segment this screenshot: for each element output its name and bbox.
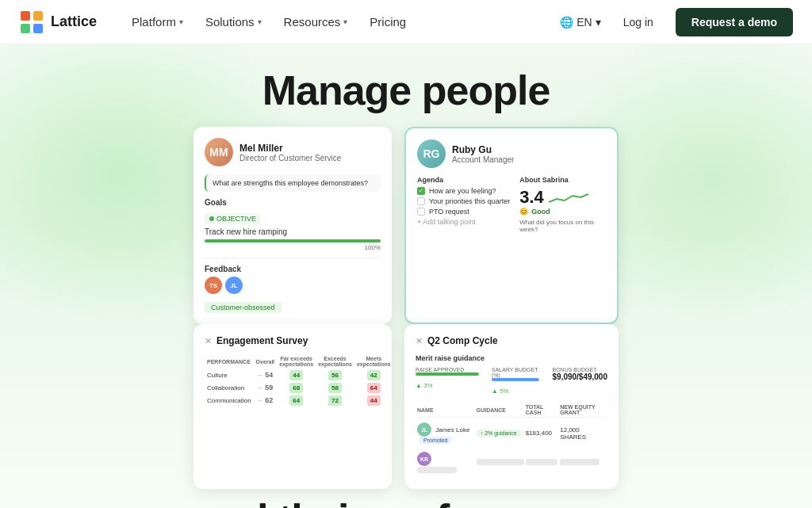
smile-icon: 😊 (519, 208, 528, 216)
row-collab-overall: ↔ 59 (254, 381, 278, 394)
survey-title-row: ✕ Engagement Survey (205, 335, 381, 346)
rating-row: 3.4 (519, 187, 606, 208)
globe-icon: 🌐 (560, 16, 573, 29)
feedback-avatar-2: JL (225, 277, 243, 294)
cash-cell-2 (526, 449, 559, 476)
comp-table-row: JL James Loke Promoted ↑ 2% guidance $18… (417, 419, 606, 447)
add-talking-point[interactable]: + Add talking point (417, 218, 510, 226)
feedback-avatar-1: TS (205, 277, 222, 294)
svg-rect-3 (33, 24, 43, 33)
mel-avatar: MM (205, 138, 233, 166)
goals-label: Goals (205, 198, 381, 207)
employee-name: JL James Loke Promoted (417, 419, 475, 447)
merit-label: Merit raise guidance (416, 354, 607, 362)
card-ruby-header: RG Ruby Gu Account Manager (417, 139, 606, 168)
nav-solutions[interactable]: Solutions ▾ (196, 10, 271, 33)
row-collab-label: Collaboration (205, 381, 254, 394)
col-overall: Overall (254, 354, 278, 369)
row-culture-far: 44 (277, 369, 316, 381)
progress-fill (205, 239, 381, 243)
chevron-down-icon: ▾ (343, 17, 347, 26)
checkbox-checked-icon: ✓ (417, 187, 425, 195)
row-culture-meets: 42 (354, 369, 392, 381)
close-icon[interactable]: ✕ (416, 336, 423, 346)
row-comm-far: 64 (277, 394, 316, 407)
col-cash: TOTAL CASH (526, 403, 559, 418)
dot-icon (209, 216, 214, 221)
table-row: Culture ↔ 54 44 56 42 62 (205, 369, 392, 381)
progress-label: 100% (205, 244, 381, 251)
svg-rect-1 (33, 11, 43, 21)
col-equity: NEW EQUITY GRANT (560, 403, 606, 418)
row-comm-overall: ↔ 62 (254, 394, 278, 407)
good-badge: 😊 Good (519, 208, 606, 216)
col-far-exceeds: Far exceeds expectations (277, 354, 316, 369)
divider (205, 258, 381, 258)
customer-badge: Customer-obsessed (205, 302, 282, 313)
guidance-cell-2 (477, 449, 524, 476)
row-culture-overall: ↔ 54 (254, 369, 278, 381)
comp-metrics-row: RAISE APPROVED ▲ 3% SALARY BUDGET (%) ▲ … (416, 367, 607, 395)
agenda-item-2: Your priorities this quarter (417, 197, 510, 205)
checkbox-unchecked-icon (417, 208, 425, 216)
chevron-down-icon: ▾ (179, 17, 183, 26)
about-label: About Sabrina (519, 176, 606, 184)
login-button[interactable]: Log in (614, 11, 663, 33)
nav-pricing[interactable]: Pricing (360, 10, 416, 33)
hero-title-bottom: and their performance (197, 495, 615, 508)
table-row: Collaboration ↔ 59 68 58 64 48 (205, 381, 392, 394)
request-demo-nav-button[interactable]: Request a demo (676, 8, 793, 36)
checkbox-unchecked-icon (417, 197, 425, 205)
focus-question: What did you focus on this week? (519, 219, 606, 233)
salary-bar (492, 378, 539, 381)
row-comm-exceeds: 72 (316, 394, 354, 407)
rating-number: 3.4 (519, 187, 544, 208)
row-comm-label: Communication (205, 394, 254, 407)
cards-row-top: MM Mel Miller Director of Customer Servi… (162, 127, 650, 324)
col-performance: PERFORMANCE (205, 354, 254, 369)
goal-text: Track new hire ramping (205, 227, 381, 236)
salary-change: ▲ 5% (492, 388, 539, 395)
comp-title: Q2 Comp Cycle (427, 335, 498, 346)
ruby-avatar: RG (417, 139, 446, 168)
employee-avatar: JL (417, 422, 431, 437)
col-name: NAME (417, 403, 475, 418)
feedback-label: Feedback (205, 265, 381, 273)
raise-bar (416, 372, 479, 376)
lattice-logo-icon (19, 10, 44, 35)
employee-avatar-2: KR (417, 452, 431, 466)
language-selector[interactable]: 🌐 EN ▾ (560, 16, 600, 29)
row-collab-exceeds: 58 (316, 381, 354, 394)
metric-bonus: BONUS BUDGET $9,090/$49,000 (552, 367, 607, 395)
mel-miller-card: MM Mel Miller Director of Customer Servi… (193, 127, 392, 324)
row-comm-meets: 44 (354, 394, 392, 407)
about-section: About Sabrina 3.4 😊 Good What did you fo… (519, 176, 606, 233)
nav-platform[interactable]: Platform ▾ (122, 10, 193, 33)
col-exceeds: Exceeds expectations (316, 354, 354, 369)
sparkline-chart (549, 188, 588, 207)
survey-table: PERFORMANCE Overall Far exceeds expectat… (205, 354, 392, 407)
ruby-name: Ruby Gu (452, 144, 514, 155)
close-icon[interactable]: ✕ (205, 336, 212, 346)
navigation: Lattice Platform ▾ Solutions ▾ Resources… (0, 0, 812, 44)
feedback-avatars: TS JL (205, 277, 381, 294)
agenda-item-1: ✓ How are you feeling? (417, 187, 510, 195)
ruby-gu-card: RG Ruby Gu Account Manager Agenda ✓ How … (404, 127, 619, 324)
chevron-down-icon: ▾ (596, 16, 601, 29)
promoted-badge: Promoted (419, 437, 451, 444)
row-collab-far: 68 (277, 381, 316, 394)
progress-bar (205, 239, 381, 243)
agenda-label: Agenda (417, 176, 510, 184)
survey-title: Engagement Survey (216, 335, 308, 346)
table-row: Communication ↔ 62 64 72 44 68 (205, 394, 392, 407)
metric-bonus-label: BONUS BUDGET (552, 367, 607, 372)
mel-question: What are strengths this employee demonst… (205, 174, 381, 192)
comp-table-row: KR (417, 449, 606, 476)
metric-raise-label: RAISE APPROVED (416, 367, 479, 372)
nav-resources[interactable]: Resources ▾ (274, 10, 358, 33)
hero-section: Manage people MM Mel Miller Director of … (0, 44, 812, 508)
engagement-survey-card: ✕ Engagement Survey PERFORMANCE Overall … (193, 324, 392, 489)
ruby-title: Account Manager (452, 155, 514, 164)
logo-text: Lattice (51, 13, 97, 30)
logo[interactable]: Lattice (19, 10, 97, 35)
